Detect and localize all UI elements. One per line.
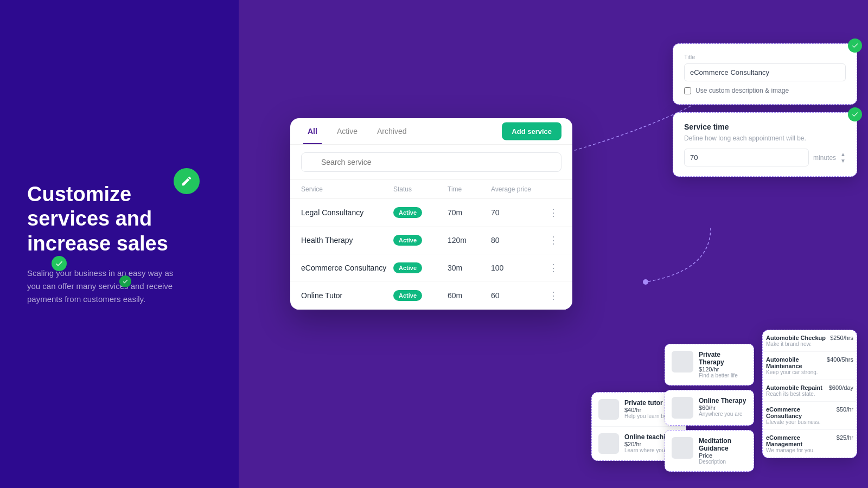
status-badge: Active [393, 262, 422, 273]
sli-price: $250/hrs [830, 335, 853, 341]
list-item: Automobile Maintenance Keep your car str… [763, 352, 857, 380]
increment-icon[interactable]: ▲ [840, 152, 846, 157]
list-item: eCommerce Management We manage for you. … [763, 430, 857, 458]
table-row: Legal Consultancy Active 70m 70 ⋮ [290, 199, 572, 227]
list-item: eCommerce Consultancy Elevate your busin… [763, 402, 857, 430]
service-card-name: Meditation Guidance [699, 437, 747, 452]
sli-name: Automobile Checkup [766, 335, 830, 341]
col-avg-price: Average price [491, 185, 545, 193]
sli-desc: Elevate your business. [766, 419, 837, 425]
sli-name: Automobile Maintenance [766, 356, 827, 369]
price-value: 70 [491, 208, 545, 217]
time-unit: minutes [813, 154, 836, 162]
services-list-card: Automobile Checkup Make it brand new. $2… [762, 330, 857, 458]
decrement-icon[interactable]: ▼ [840, 158, 846, 164]
service-card-price: $120/hr [699, 366, 747, 373]
check-circle-xs [119, 275, 131, 287]
floating-cards-area: Title Use custom description & image Ser… [673, 43, 857, 177]
table-row: Health Therapy Active 120m 80 ⋮ [290, 227, 572, 254]
time-value: 30m [448, 264, 491, 272]
more-button[interactable]: ⋮ [545, 234, 561, 246]
list-item: Automobile Repaint Reach its best state.… [763, 380, 857, 402]
price-value: 80 [491, 236, 545, 245]
check-icon [848, 107, 862, 121]
sli-name: Automobile Repaint [766, 384, 829, 391]
check-circle-sm [52, 256, 67, 271]
tab-archived[interactable]: Archived [373, 118, 411, 144]
custom-desc-label: Use custom description & image [695, 87, 789, 94]
check-icon [848, 38, 862, 53]
right-panel: All Active Archived Add service 🔍 Servic… [239, 0, 868, 488]
service-card-name: Online Therapy [699, 397, 746, 404]
stacked-service-cards: Private Therapy $120/hr Find a better li… [665, 344, 754, 472]
service-card-desc: Anywhere you are [699, 411, 746, 417]
table-row: eCommerce Consultancy Active 30m 100 ⋮ [290, 254, 572, 282]
sli-price: $25/hr [837, 434, 853, 441]
col-service: Service [301, 185, 393, 193]
price-value: 60 [491, 291, 545, 300]
title-form-card: Title Use custom description & image [673, 43, 857, 105]
table-row: Online Tutor Active 60m 60 ⋮ [290, 282, 572, 310]
service-name: eCommerce Consultancy [301, 264, 393, 272]
sli-price: $50/hr [837, 406, 853, 413]
service-card-name: Private Therapy [699, 351, 747, 366]
more-button[interactable]: ⋮ [545, 290, 561, 301]
sli-price: $600/day [829, 384, 853, 391]
list-item: Automobile Checkup Make it brand new. $2… [763, 330, 857, 352]
time-spinners[interactable]: ▲ ▼ [840, 152, 846, 164]
service-thumbnail [598, 399, 619, 420]
service-thumbnail [672, 437, 693, 459]
sli-name: eCommerce Consultancy [766, 406, 837, 419]
title-input[interactable] [684, 63, 846, 81]
service-time-card: Service time Define how long each appoin… [673, 112, 857, 177]
table-header: Service Status Time Average price [290, 180, 572, 199]
time-input[interactable] [684, 149, 809, 166]
add-service-button[interactable]: Add service [502, 123, 561, 140]
time-value: 120m [448, 236, 491, 245]
tabs-bar: All Active Archived Add service [290, 118, 572, 145]
service-card-desc: Description [699, 459, 747, 465]
service-thumbnail [598, 433, 619, 454]
sli-desc: Reach its best state. [766, 391, 829, 397]
price-value: 100 [491, 264, 545, 272]
main-table-card: All Active Archived Add service 🔍 Servic… [290, 118, 572, 310]
service-card: Meditation Guidance Price Description [665, 430, 754, 472]
col-time: Time [448, 185, 491, 193]
service-card-price: $60/hr [699, 404, 746, 411]
more-button[interactable]: ⋮ [545, 262, 561, 274]
status-badge: Active [393, 290, 422, 301]
status-badge: Active [393, 207, 422, 218]
service-time-title: Service time [684, 123, 846, 131]
service-name: Legal Consultancy [301, 208, 393, 217]
service-thumbnail [672, 397, 693, 419]
sli-name: eCommerce Management [766, 434, 837, 447]
service-card-desc: Find a better life [699, 373, 747, 378]
title-label: Title [684, 54, 846, 60]
status-badge: Active [393, 235, 422, 246]
sli-price: $400/5hrs [827, 356, 853, 363]
svg-point-2 [643, 279, 648, 285]
service-card-price: Price [699, 452, 747, 459]
search-section: 🔍 [290, 145, 572, 180]
time-value: 70m [448, 208, 491, 217]
more-button[interactable]: ⋮ [545, 207, 561, 219]
service-time-desc: Define how long each appointment will be… [684, 134, 846, 142]
sli-desc: Make it brand new. [766, 341, 830, 347]
service-card: Private Therapy $120/hr Find a better li… [665, 344, 754, 386]
sli-desc: We manage for you. [766, 447, 837, 453]
service-name: Health Therapy [301, 236, 393, 245]
edit-icon-circle [174, 168, 200, 194]
service-name: Online Tutor [301, 291, 393, 300]
tab-active[interactable]: Active [333, 118, 362, 144]
custom-desc-checkbox[interactable] [684, 87, 691, 94]
tab-all[interactable]: All [303, 118, 322, 144]
col-status: Status [393, 185, 448, 193]
time-value: 60m [448, 291, 491, 300]
sli-desc: Keep your car strong. [766, 369, 827, 375]
search-input[interactable] [301, 152, 561, 172]
left-panel: Customize services and increase sales Sc… [0, 0, 239, 488]
service-card: Online Therapy $60/hr Anywhere you are [665, 390, 754, 426]
hero-subtitle: Scaling your business in an easy way as … [27, 267, 179, 306]
service-thumbnail [672, 351, 693, 373]
